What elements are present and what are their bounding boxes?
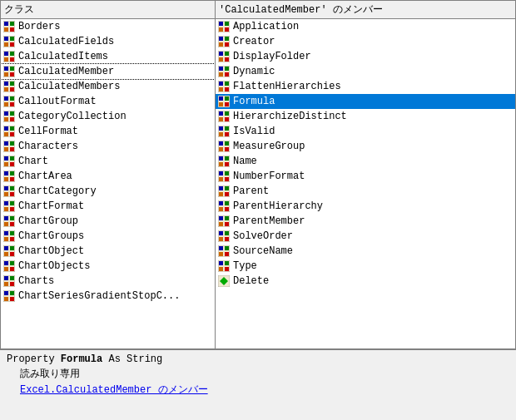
svg-rect-33 [4,117,8,121]
member-list-item[interactable]: Creator [216,34,515,49]
svg-rect-106 [219,52,223,56]
member-list-item[interactable]: Dynamic [216,64,515,79]
class-list-item[interactable]: Charts [1,274,215,289]
member-list-item[interactable]: Parent [216,184,515,199]
svg-rect-56 [4,186,8,190]
svg-rect-74 [10,237,14,241]
member-list[interactable]: ApplicationCreatorDisplayFolderDynamicFl… [216,19,515,348]
member-list-item[interactable]: Formula [216,94,515,109]
property-text: Property [7,353,55,365]
svg-rect-124 [225,102,229,106]
main-container: クラス BordersCalculatedFieldsCalculatedIte… [0,0,516,420]
svg-rect-132 [225,126,229,131]
svg-rect-107 [225,52,229,56]
class-list-item[interactable]: CategoryCollection [1,109,215,124]
class-list-item[interactable]: ChartFormat [1,199,215,214]
svg-rect-61 [4,201,8,205]
class-list-item[interactable]: Chart [1,154,215,169]
member-list-item[interactable]: NumberFormat [216,169,515,184]
class-list-item[interactable]: ChartCategory [1,184,215,199]
svg-rect-112 [225,67,229,71]
svg-rect-121 [219,96,223,101]
class-list-item[interactable]: ChartArea [1,169,215,184]
svg-rect-16 [4,67,8,71]
class-list-item[interactable]: Characters [1,139,215,154]
class-list-item[interactable]: ChartSeriesGradientStopC... [1,289,215,304]
svg-rect-59 [10,192,14,196]
class-list-item[interactable]: CalculatedItems [1,49,215,64]
class-list-item[interactable]: ChartObject [1,244,215,259]
class-list-item[interactable]: ChartGroups [1,229,215,244]
svg-rect-151 [219,186,223,190]
member-list-item[interactable]: MeasureGroup [216,139,515,154]
member-list-item[interactable]: SolveOrder [216,229,515,244]
member-list-item[interactable]: IsValid [216,124,515,139]
svg-rect-36 [4,126,8,131]
svg-rect-73 [4,237,8,241]
member-icon [217,110,231,123]
class-list-item[interactable]: CalculatedMembers [1,79,215,94]
class-list-item[interactable]: ChartObjects [1,259,215,274]
svg-rect-126 [219,111,223,116]
class-list-item[interactable]: CalloutFormat [1,94,215,109]
svg-rect-143 [219,162,223,166]
member-list-item[interactable]: ParentHierarchy [216,199,515,214]
svg-rect-8 [4,42,8,47]
member-list-item[interactable]: Delete [216,274,515,289]
svg-rect-99 [225,27,229,32]
svg-rect-21 [4,82,8,86]
member-link[interactable]: Excel.CalculatedMember のメンバー [20,383,509,397]
member-icon [217,274,231,288]
svg-rect-27 [10,96,14,101]
svg-rect-131 [219,126,223,131]
svg-rect-102 [225,37,229,41]
class-item-label: ChartArea [18,170,72,182]
svg-rect-111 [219,67,223,71]
member-item-label: ParentMember [233,215,305,227]
svg-rect-123 [219,102,223,106]
member-list-item[interactable]: SourceName [216,244,515,259]
member-list-item[interactable]: Type [216,259,515,274]
class-list[interactable]: BordersCalculatedFieldsCalculatedItemsCa… [1,19,215,348]
svg-rect-173 [219,252,223,256]
svg-rect-108 [219,57,223,62]
svg-rect-57 [10,186,14,190]
class-list-item[interactable]: CalculatedMember [1,64,215,79]
class-list-item[interactable]: ChartGroup [1,214,215,229]
svg-rect-3 [4,27,8,32]
class-list-item[interactable]: CellFormat [1,124,215,139]
svg-rect-48 [4,162,8,166]
member-item-label: Delete [233,275,269,287]
member-list-item[interactable]: HierarchizeDistinct [216,109,515,124]
svg-rect-166 [219,231,223,235]
svg-rect-28 [4,102,8,106]
class-icon [2,155,16,168]
svg-rect-77 [10,246,14,250]
class-icon [2,95,16,108]
class-list-item[interactable]: CalculatedFields [1,34,215,49]
svg-rect-47 [10,156,14,161]
member-icon [217,200,231,213]
svg-rect-79 [10,252,14,256]
svg-rect-179 [225,267,229,271]
svg-rect-19 [10,72,14,77]
member-list-item[interactable]: Name [216,154,515,169]
svg-rect-26 [4,96,8,101]
class-icon [2,274,16,288]
svg-rect-129 [225,117,229,121]
svg-rect-58 [4,192,8,196]
member-list-item[interactable]: DisplayFolder [216,49,515,64]
svg-rect-39 [10,132,14,136]
top-panel: クラス BordersCalculatedFieldsCalculatedIte… [0,0,516,349]
member-item-label: SourceName [233,245,293,257]
svg-rect-94 [10,297,14,301]
svg-rect-133 [219,132,223,136]
member-list-item[interactable]: ParentMember [216,214,515,229]
member-item-label: FlattenHierarchies [233,81,341,92]
svg-rect-32 [10,111,14,116]
member-item-label: IsValid [233,126,275,137]
svg-rect-82 [10,261,14,265]
member-list-item[interactable]: FlattenHierarchies [216,79,515,94]
member-list-item[interactable]: Application [216,19,515,34]
class-list-item[interactable]: Borders [1,19,215,34]
